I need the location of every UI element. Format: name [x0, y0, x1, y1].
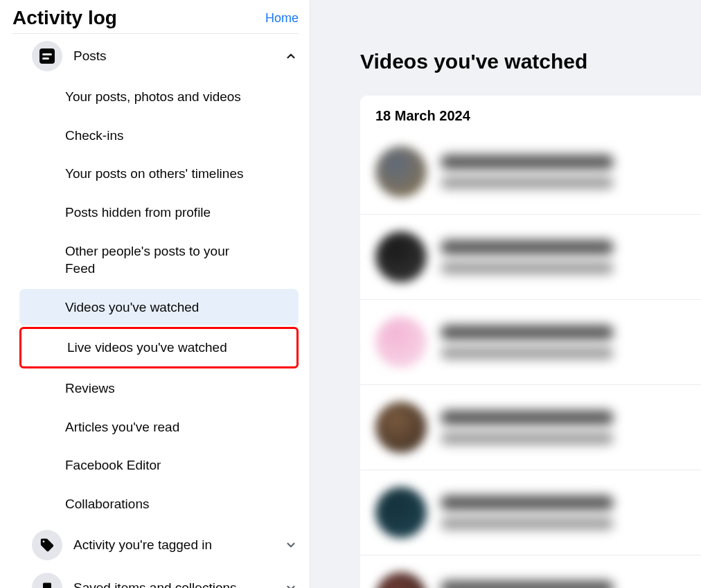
watched-card: 18 March 2024: [360, 96, 701, 588]
chevron-up-icon: [283, 48, 299, 64]
sidebar: Activity log Home Posts Your posts, phot…: [0, 0, 310, 588]
page-title: Activity log: [12, 7, 117, 29]
posts-sub-items: Your posts, photos and videos Check-ins …: [12, 78, 299, 523]
list-item[interactable]: [360, 130, 701, 215]
avatar: [375, 231, 427, 283]
sidebar-item-articles-read[interactable]: Articles you've read: [19, 409, 299, 446]
sidebar-item-facebook-editor[interactable]: Facebook Editor: [19, 447, 299, 484]
section-saved[interactable]: Saved items and collections: [12, 567, 299, 588]
sidebar-item-your-posts[interactable]: Your posts, photos and videos: [19, 78, 299, 116]
date-header: 18 March 2024: [360, 108, 701, 130]
sidebar-item-videos-watched[interactable]: Videos you've watched: [19, 289, 299, 326]
entry-text: [441, 580, 673, 588]
entries-list: [360, 130, 701, 588]
section-posts[interactable]: Posts: [12, 35, 299, 77]
sidebar-item-others-posts-feed[interactable]: Other people's posts to your Feed: [19, 233, 299, 287]
avatar: [375, 487, 427, 538]
list-item[interactable]: [360, 300, 701, 385]
sidebar-item-reviews[interactable]: Reviews: [19, 370, 299, 407]
tag-icon: [32, 530, 62, 560]
list-item[interactable]: [360, 215, 701, 300]
entry-text: [441, 240, 673, 274]
main-panel: Videos you've watched 18 March 2024: [310, 0, 701, 588]
home-link[interactable]: Home: [265, 11, 299, 26]
entry-text: [441, 410, 673, 445]
sidebar-item-collaborations[interactable]: Collaborations: [19, 485, 299, 523]
avatar: [375, 146, 427, 197]
list-item[interactable]: [360, 555, 701, 588]
list-item[interactable]: [360, 385, 701, 470]
avatar: [375, 402, 427, 453]
avatar: [375, 317, 427, 368]
main-title: Videos you've watched: [360, 50, 701, 73]
chevron-down-icon: [283, 537, 299, 553]
entry-text: [441, 495, 673, 530]
posts-icon: [32, 41, 62, 71]
avatar: [375, 572, 427, 588]
bookmark-icon: [32, 573, 62, 588]
section-label: Saved items and collections: [73, 580, 272, 588]
sidebar-item-checkins[interactable]: Check-ins: [19, 117, 299, 154]
sidebar-item-posts-hidden[interactable]: Posts hidden from profile: [19, 194, 299, 231]
section-label: Activity you're tagged in: [73, 537, 272, 553]
chevron-down-icon: [283, 580, 299, 588]
section-tagged[interactable]: Activity you're tagged in: [12, 524, 299, 566]
sidebar-item-posts-others-timelines[interactable]: Your posts on others' timelines: [19, 155, 299, 193]
sidebar-item-live-videos-watched[interactable]: Live videos you've watched: [19, 327, 299, 368]
entry-text: [441, 325, 673, 359]
entry-text: [441, 154, 673, 189]
sidebar-header: Activity log Home: [12, 7, 299, 34]
list-item[interactable]: [360, 470, 701, 555]
section-label: Posts: [73, 48, 272, 64]
